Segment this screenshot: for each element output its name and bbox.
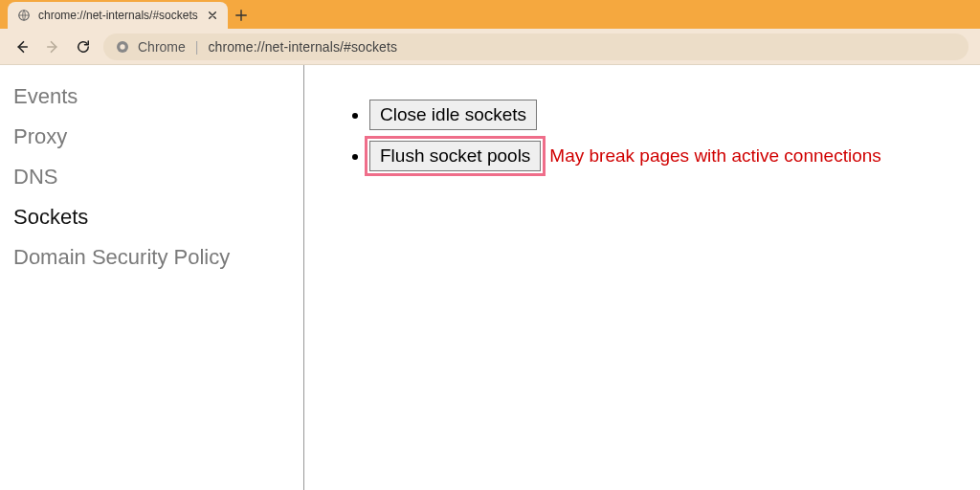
url-separator: |	[195, 39, 199, 55]
sidebar-item-sockets[interactable]: Sockets	[13, 197, 303, 237]
main-panel: Close idle sockets Flush socket pools Ma…	[304, 65, 980, 490]
annotation-highlight-box: Flush socket pools	[365, 136, 546, 176]
tab-strip: chrome://net-internals/#sockets	[0, 0, 980, 29]
list-item: Flush socket pools May break pages with …	[369, 136, 980, 176]
chrome-icon	[115, 39, 130, 55]
sidebar-item-dns[interactable]: DNS	[13, 157, 303, 197]
list-item: Close idle sockets	[369, 100, 980, 130]
action-list: Close idle sockets Flush socket pools Ma…	[343, 100, 980, 176]
globe-icon	[17, 9, 31, 22]
flush-warning-text: May break pages with active connections	[549, 145, 880, 166]
new-tab-button[interactable]	[228, 2, 255, 29]
url-scheme-label: Chrome	[138, 39, 186, 55]
back-button[interactable]	[11, 36, 33, 57]
reload-button[interactable]	[73, 36, 94, 57]
toolbar: Chrome | chrome://net-internals/#sockets	[0, 29, 980, 65]
sidebar: Events Proxy DNS Sockets Domain Security…	[0, 65, 304, 490]
sidebar-item-proxy[interactable]: Proxy	[13, 117, 303, 157]
url-text: chrome://net-internals/#sockets	[208, 39, 397, 55]
address-bar[interactable]: Chrome | chrome://net-internals/#sockets	[103, 33, 969, 60]
sidebar-item-events[interactable]: Events	[13, 77, 303, 117]
content-area: Events Proxy DNS Sockets Domain Security…	[0, 65, 980, 490]
forward-button[interactable]	[42, 36, 63, 57]
svg-point-2	[120, 44, 124, 49]
browser-tab[interactable]: chrome://net-internals/#sockets	[8, 2, 228, 29]
close-icon[interactable]	[207, 10, 218, 21]
flush-socket-pools-button[interactable]: Flush socket pools	[369, 141, 541, 171]
close-idle-sockets-button[interactable]: Close idle sockets	[369, 100, 537, 130]
tab-title: chrome://net-internals/#sockets	[38, 9, 199, 22]
sidebar-item-domain-security-policy[interactable]: Domain Security Policy	[13, 237, 303, 278]
